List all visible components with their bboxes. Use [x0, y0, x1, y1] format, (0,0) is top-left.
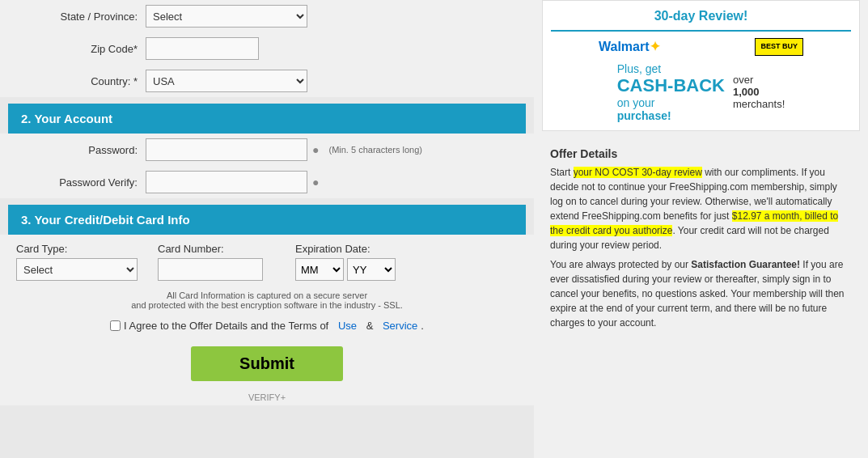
state-label: State / Province: [16, 11, 146, 23]
password-label: Password: [16, 144, 146, 156]
promo-divider [551, 30, 851, 32]
country-label: Country: * [16, 75, 146, 87]
walmart-logo: Walmart✦ [599, 39, 660, 54]
merchants-label: merchants! [733, 98, 785, 110]
offer-text: Start your NO COST 30-day review with ou… [550, 165, 852, 330]
on-your-text: on your [617, 96, 725, 109]
merchants-count: 1,000 [733, 86, 785, 98]
offer-text-4: You are always protected by our [550, 259, 691, 270]
verify-row: VERIFY+ [0, 389, 534, 405]
plus-get-text: Plus, get [617, 62, 725, 75]
section3-header: 3. Your Credit/Debit Card Info [8, 205, 526, 235]
cash-back-text: CASH-BACK [617, 75, 725, 96]
purchase-text: purchase! [617, 109, 725, 122]
offer-bold-1: Satisfaction Guarantee! [691, 259, 800, 270]
ssl-notice: All Card Information is captured on a se… [0, 284, 534, 313]
password-hint: (Min. 5 characters long) [328, 145, 422, 155]
bestbuy-badge: BEST BUY [755, 38, 803, 56]
card-type-select[interactable]: Select Visa MasterCard Amex Discover [16, 258, 138, 281]
card-number-label: Card Number: [158, 243, 279, 255]
offer-details-title: Offer Details [550, 147, 852, 160]
promo-box: 30-day Review! Walmart✦ BEST BUY Plus, g… [542, 0, 860, 131]
card-type-label: Card Type: [16, 243, 142, 255]
agree-checkbox[interactable] [110, 320, 121, 331]
submit-button[interactable]: Submit [191, 346, 343, 381]
password-input[interactable] [146, 138, 307, 161]
promo-logos: Walmart✦ BEST BUY [551, 38, 851, 56]
expiration-label: Expiration Date: [295, 243, 396, 255]
sidebar: 30-day Review! Walmart✦ BEST BUY Plus, g… [534, 0, 868, 458]
country-row: Country: * USA Canada Other [0, 65, 534, 97]
zipcode-label: Zip Code* [16, 43, 146, 55]
password-icon: ● [312, 143, 319, 156]
card-number-input[interactable] [158, 258, 263, 281]
offer-highlight-1: your NO COST 30-day review [574, 167, 702, 178]
expiration-month-select[interactable]: MM 01020304 05060708 09101112 [295, 258, 344, 281]
service-link[interactable]: Service [383, 320, 417, 332]
agree-row: I Agree to the Offer Details and the Ter… [0, 313, 534, 338]
password-verify-icon: ● [312, 176, 319, 189]
offer-text-1: Start [550, 167, 574, 178]
offer-details: Offer Details Start your NO COST 30-day … [542, 139, 860, 343]
password-verify-row: Password Verify: ● [0, 166, 534, 198]
zipcode-row: Zip Code* [0, 32, 534, 65]
promo-cashback: Plus, get CASH-BACK on your purchase! ov… [551, 62, 851, 122]
password-verify-label: Password Verify: [16, 176, 146, 189]
section2-header: 2. Your Account [8, 104, 526, 134]
promo-title: 30-day Review! [551, 9, 851, 23]
cc-labels-row: Card Type: Select Visa MasterCard Amex D… [0, 235, 534, 284]
expiration-year-select[interactable]: YY 202420252026 2027202820292030 [347, 258, 396, 281]
walmart-star: ✦ [650, 40, 660, 53]
use-link[interactable]: Use [338, 320, 357, 332]
state-row: State / Province: Select ALAKAZCA COFLNY… [0, 0, 534, 32]
submit-row: Submit [0, 338, 534, 389]
over-text: over [733, 74, 785, 86]
zipcode-input[interactable] [146, 37, 259, 60]
password-row: Password: ● (Min. 5 characters long) [0, 134, 534, 166]
country-select[interactable]: USA Canada Other [146, 70, 307, 92]
password-verify-input[interactable] [146, 171, 307, 193]
state-select[interactable]: Select ALAKAZCA COFLNYTX [146, 5, 307, 28]
verify-label: VERIFY+ [248, 392, 286, 402]
